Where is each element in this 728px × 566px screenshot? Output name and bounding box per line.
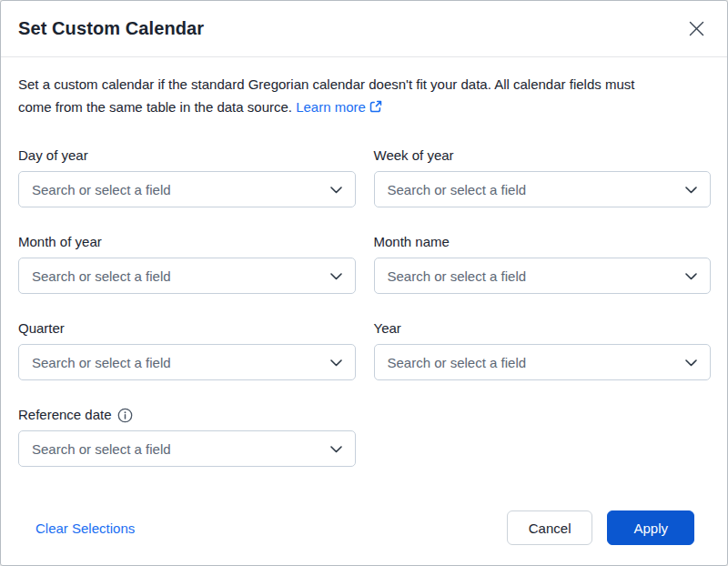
dialog-body: Set a custom calendar if the standard Gr… <box>1 57 727 545</box>
month-of-year-input[interactable] <box>32 268 321 284</box>
year-combobox[interactable] <box>374 344 712 380</box>
external-link-icon <box>369 100 382 116</box>
week-of-year-input[interactable] <box>388 182 677 197</box>
day-of-year-combobox[interactable] <box>18 171 356 207</box>
quarter-input[interactable] <box>32 355 321 370</box>
dialog-footer: Clear Selections Cancel Apply <box>18 510 711 545</box>
month-name-label: Month name <box>374 234 712 250</box>
apply-button[interactable]: Apply <box>607 510 694 545</box>
day-of-year-input[interactable] <box>32 182 321 197</box>
reference-date-label: Reference date <box>18 407 356 423</box>
dialog-header: Set Custom Calendar <box>1 1 727 57</box>
chevron-down-icon <box>685 354 697 370</box>
calendar-fields-grid: Day of year Week of year Month of year <box>18 147 711 467</box>
info-icon[interactable] <box>117 408 133 423</box>
dialog-title: Set Custom Calendar <box>18 18 204 39</box>
chevron-down-icon <box>330 181 342 197</box>
close-button[interactable] <box>683 16 709 42</box>
week-of-year-label: Week of year <box>374 147 712 164</box>
clear-selections-link[interactable]: Clear Selections <box>35 521 135 536</box>
reference-date-combobox[interactable] <box>18 430 356 467</box>
field-group-reference-date: Reference date <box>18 407 356 467</box>
month-of-year-combobox[interactable] <box>18 258 356 294</box>
chevron-down-icon <box>330 354 342 370</box>
quarter-combobox[interactable] <box>18 344 356 380</box>
set-custom-calendar-dialog: Set Custom Calendar Set a custom calenda… <box>0 0 728 566</box>
chevron-down-icon <box>330 440 342 457</box>
description-line2: come from the same table in the data sou… <box>18 99 292 115</box>
quarter-label: Quarter <box>18 320 356 337</box>
day-of-year-label: Day of year <box>18 147 356 164</box>
month-of-year-label: Month of year <box>18 234 356 250</box>
description-line1: Set a custom calendar if the standard Gr… <box>18 76 634 92</box>
chevron-down-icon <box>685 268 697 284</box>
field-group-month-name: Month name <box>374 234 712 294</box>
field-group-week-of-year: Week of year <box>374 147 712 207</box>
reference-date-input[interactable] <box>32 441 321 457</box>
field-group-day-of-year: Day of year <box>18 147 356 207</box>
learn-more-link[interactable]: Learn more <box>296 99 382 115</box>
close-icon <box>688 20 705 37</box>
field-group-quarter: Quarter <box>18 320 356 380</box>
cancel-button[interactable]: Cancel <box>507 510 593 545</box>
year-input[interactable] <box>388 355 677 370</box>
field-group-month-of-year: Month of year <box>18 234 356 294</box>
year-label: Year <box>374 320 712 337</box>
month-name-input[interactable] <box>388 268 677 284</box>
week-of-year-combobox[interactable] <box>374 171 712 207</box>
reference-date-label-text: Reference date <box>18 407 112 423</box>
month-name-combobox[interactable] <box>374 258 712 294</box>
footer-buttons: Cancel Apply <box>507 510 694 545</box>
learn-more-label: Learn more <box>296 99 366 115</box>
field-group-year: Year <box>374 320 712 380</box>
chevron-down-icon <box>330 268 342 284</box>
chevron-down-icon <box>685 181 697 197</box>
dialog-description: Set a custom calendar if the standard Gr… <box>18 73 711 119</box>
